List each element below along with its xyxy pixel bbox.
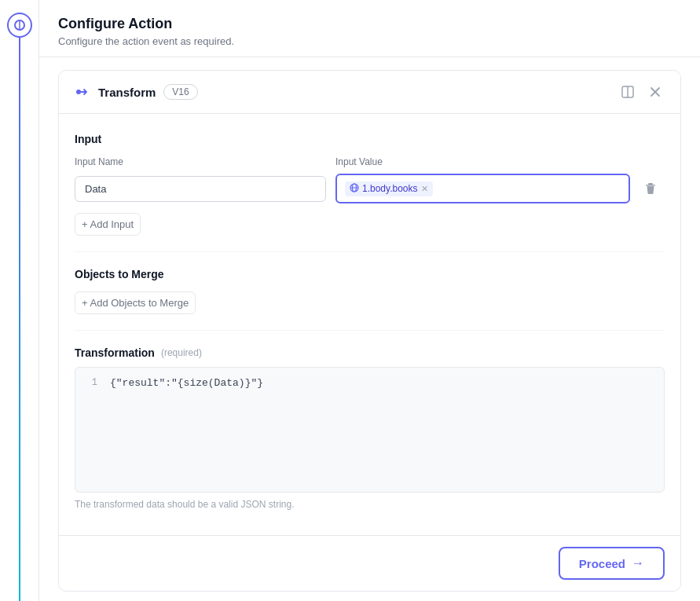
add-objects-button[interactable]: + Add Objects to Merge (75, 291, 196, 314)
input-value-col: 1.body.books ✕ (335, 174, 630, 203)
tag-text: 1.body.books (362, 183, 418, 194)
close-button[interactable] (646, 82, 665, 101)
page-title: Configure Action (58, 16, 681, 32)
input-name-field[interactable] (75, 176, 326, 202)
version-badge: V16 (163, 84, 197, 100)
svg-point-2 (76, 90, 81, 94)
proceed-label: Proceed (579, 557, 625, 570)
transformation-label: Transformation (75, 346, 155, 359)
input-delete-col (640, 178, 665, 200)
code-line-1: 1 {"result":"{size(Data)}"} (85, 377, 654, 389)
objects-section: Objects to Merge + Add Objects to Merge (75, 268, 665, 314)
card-body: Input Input Name Input Value (59, 114, 680, 535)
input-name-col-label: Input Name (75, 156, 326, 167)
input-section-label: Input (75, 133, 665, 145)
page-subtitle: Configure the action event as required. (58, 35, 681, 47)
main-content: Configure Action Configure the action ev… (39, 0, 700, 601)
section-divider-1 (75, 251, 665, 252)
transformation-section: Transformation (required) 1 {"result":"{… (75, 346, 665, 510)
input-name-col (75, 176, 326, 202)
input-row: 1.body.books ✕ (75, 174, 665, 203)
proceed-button[interactable]: Proceed → (559, 547, 665, 580)
transformation-label-row: Transformation (required) (75, 346, 665, 359)
code-content: {"result":"{size(Data)}"} (110, 377, 263, 389)
add-input-button[interactable]: + Add Input (75, 213, 141, 236)
input-value-tag-field[interactable]: 1.body.books ✕ (335, 174, 630, 203)
card-header-actions (618, 82, 665, 102)
card-container: Transform V16 (39, 57, 700, 601)
add-input-label: + Add Input (82, 218, 134, 230)
card-footer: Proceed → (59, 535, 680, 591)
input-delete-button[interactable] (640, 178, 662, 200)
proceed-arrow-icon: → (632, 556, 644, 570)
transform-icon (75, 84, 90, 100)
panel-toggle-button[interactable] (618, 82, 638, 102)
code-editor[interactable]: 1 {"result":"{size(Data)}"} (75, 367, 665, 493)
tag-remove-button[interactable]: ✕ (421, 185, 428, 193)
input-column-headers: Input Name Input Value (75, 156, 665, 167)
section-divider-2 (75, 330, 665, 331)
add-objects-label: + Add Objects to Merge (82, 297, 189, 309)
card-header-left: Transform V16 (75, 84, 618, 100)
configure-card: Transform V16 (58, 70, 681, 592)
card-header: Transform V16 (59, 71, 680, 114)
globe-icon (350, 183, 359, 195)
page-header: Configure Action Configure the action ev… (39, 0, 700, 57)
objects-section-label: Objects to Merge (75, 268, 665, 280)
sidebar-node-icon (7, 13, 32, 38)
left-sidebar (0, 0, 39, 601)
svg-rect-11 (646, 185, 655, 186)
line-number: 1 (85, 377, 97, 389)
card-title: Transform (98, 86, 156, 99)
required-text: (required) (161, 347, 202, 358)
svg-rect-10 (648, 183, 653, 185)
input-value-col-label: Input Value (335, 156, 630, 167)
input-value-tag: 1.body.books ✕ (345, 181, 433, 196)
sidebar-connector-line (19, 38, 20, 601)
json-hint: The transformed data should be a valid J… (75, 499, 665, 510)
